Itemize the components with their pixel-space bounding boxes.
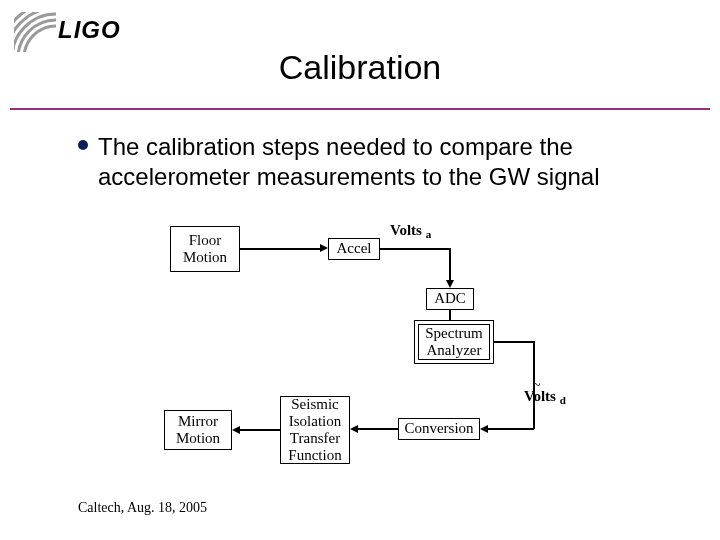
box-conversion: Conversion	[398, 418, 480, 440]
box-floor-motion: Floor Motion	[170, 226, 240, 272]
box-seis-l1: Seismic	[291, 396, 339, 413]
box-accel: Accel	[328, 238, 380, 260]
ligo-arcs-icon	[14, 12, 64, 52]
body-text: The calibration steps needed to compare …	[98, 132, 680, 192]
tilde-icon: ~	[533, 378, 541, 394]
box-mirror-l2: Motion	[176, 430, 220, 447]
box-seis-l2: Isolation	[289, 413, 342, 430]
box-spectrum-analyzer: Spectrum Analyzer	[418, 324, 490, 360]
box-floor-l2: Motion	[183, 249, 227, 266]
box-mirror-motion: Mirror Motion	[164, 410, 232, 450]
logo-text: LIGO	[58, 16, 121, 44]
conn-floor-accel	[240, 248, 320, 250]
ligo-logo: LIGO	[14, 12, 134, 52]
box-seis-l3: Transfer	[290, 430, 340, 447]
box-accel-l: Accel	[337, 240, 372, 257]
arrow-to-adc	[446, 280, 454, 288]
conn-to-conv	[488, 428, 534, 430]
conn-seis-mirror	[240, 429, 280, 431]
box-adc-l: ADC	[434, 290, 466, 307]
volts-d-text: Volts	[524, 388, 556, 404]
conn-accel-right	[380, 248, 450, 250]
conn-conv-seis	[358, 428, 398, 430]
conn-down-to-adc	[449, 248, 451, 282]
arrow-seis-mirror	[232, 426, 240, 434]
arrow-to-conv	[480, 425, 488, 433]
box-conv-l: Conversion	[404, 420, 473, 437]
title-rule	[10, 108, 710, 110]
volts-d-sub: d	[560, 394, 566, 406]
label-volts-d: Volts d	[524, 388, 566, 406]
conn-spec-right	[494, 341, 534, 343]
conn-adc-spec	[449, 310, 451, 320]
box-floor-l1: Floor	[189, 232, 222, 249]
box-mirror-l1: Mirror	[178, 413, 218, 430]
box-spectrum-outer	[414, 320, 494, 364]
arrow-floor-accel	[320, 244, 328, 252]
box-seismic: Seismic Isolation Transfer Function	[280, 396, 350, 464]
arrow-conv-seis	[350, 425, 358, 433]
box-spec-l2: Analyzer	[427, 342, 482, 359]
volts-a-sub: a	[426, 228, 432, 240]
box-adc: ADC	[426, 288, 474, 310]
box-spec-l1: Spectrum	[425, 325, 483, 342]
box-seis-l4: Function	[288, 447, 341, 464]
volts-a-text: Volts	[390, 222, 422, 238]
conn-spec-down	[533, 341, 535, 429]
page-title: Calibration	[0, 48, 720, 87]
label-volts-a: Volts a	[390, 222, 431, 240]
footer-text: Caltech, Aug. 18, 2005	[78, 500, 207, 516]
bullet-icon	[78, 140, 88, 150]
